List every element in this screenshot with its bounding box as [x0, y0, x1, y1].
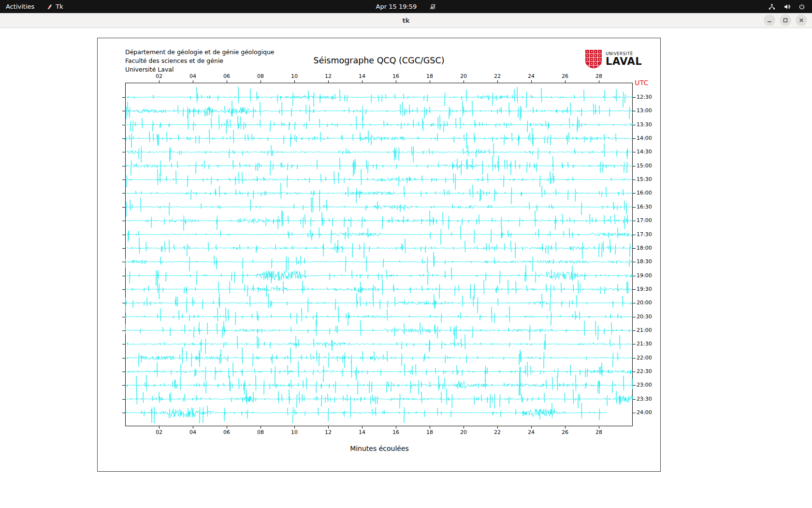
trace-time-label: 15:30	[637, 176, 652, 182]
trace-tick-mark	[633, 399, 636, 400]
x-tick-mark	[294, 426, 295, 429]
trace-tick-mark	[633, 317, 636, 317]
x-tick-mark	[159, 80, 160, 83]
trace-tick-mark	[122, 262, 125, 262]
tk-app-indicator[interactable]: Tk	[46, 3, 63, 10]
x-tick-label: 06	[220, 429, 233, 435]
trace-tick-mark	[122, 207, 125, 208]
trace-tick-mark	[122, 317, 125, 317]
x-tick-label: 26	[559, 429, 571, 435]
trace-tick-mark	[633, 385, 636, 386]
x-tick-label: 02	[153, 73, 165, 79]
clock-button[interactable]: Apr 15 19:59	[376, 3, 436, 10]
trace-tick-mark	[122, 385, 125, 386]
x-tick-label: 16	[390, 429, 402, 435]
maximize-button[interactable]	[780, 15, 791, 26]
x-tick-mark	[261, 80, 261, 83]
trace-tick-mark	[633, 248, 636, 249]
institution-line: Université Laval	[125, 65, 275, 74]
maximize-icon	[783, 18, 788, 23]
trace-tick-mark	[122, 152, 125, 152]
trace-tick-mark	[633, 358, 636, 359]
trace-tick-mark	[122, 330, 125, 331]
x-tick-mark	[531, 426, 532, 429]
laval-wordmark-bottom: LAVAL	[606, 56, 642, 67]
close-icon	[799, 18, 804, 23]
tk-icon	[46, 3, 53, 10]
trace-tick-mark	[633, 97, 636, 98]
trace-tick-mark	[122, 289, 125, 290]
trace-tick-mark	[633, 413, 636, 413]
trace-time-label: 23:30	[637, 396, 652, 402]
utc-label: UTC	[635, 79, 649, 87]
trace-tick-mark	[633, 276, 636, 276]
trace-time-label: 20:00	[637, 299, 652, 306]
trace-tick-mark	[633, 179, 636, 180]
volume-icon	[783, 3, 791, 10]
x-tick-label: 18	[423, 73, 436, 79]
x-tick-mark	[396, 80, 396, 83]
system-status-area[interactable]	[766, 0, 807, 13]
x-tick-label: 10	[288, 429, 301, 435]
trace-tick-mark	[122, 372, 125, 372]
trace-time-label: 12:30	[637, 94, 652, 100]
trace-time-label: 16:00	[637, 190, 652, 196]
trace-time-label: 16:30	[637, 204, 652, 210]
x-tick-label: 08	[254, 73, 267, 79]
trace-tick-mark	[122, 97, 125, 98]
trace-time-label: 13:30	[637, 121, 652, 128]
x-tick-label: 14	[356, 429, 368, 435]
x-tick-label: 24	[525, 429, 537, 435]
x-tick-label: 04	[187, 73, 199, 79]
x-tick-label: 02	[153, 429, 165, 435]
activities-button[interactable]: Activities	[6, 3, 34, 10]
x-tick-label: 08	[254, 429, 267, 435]
x-tick-mark	[328, 80, 329, 83]
close-button[interactable]	[796, 15, 807, 26]
x-tick-label: 20	[457, 73, 470, 79]
x-tick-mark	[565, 426, 566, 429]
trace-tick-mark	[122, 193, 125, 194]
x-tick-mark	[430, 80, 430, 83]
trace-time-label: 17:30	[637, 231, 652, 238]
trace-tick-mark	[633, 372, 636, 372]
laval-shield-icon	[585, 49, 602, 69]
x-tick-label: 16	[390, 73, 402, 79]
x-tick-mark	[362, 426, 362, 429]
x-tick-label: 20	[457, 429, 470, 435]
trace-time-label: 14:00	[637, 135, 652, 141]
trace-tick-mark	[122, 111, 125, 111]
page-title: Séismographe QCQ (CGC/GSC)	[98, 56, 660, 65]
x-tick-mark	[396, 426, 396, 429]
trace-tick-mark	[122, 344, 125, 344]
trace-time-label: 22:00	[637, 355, 652, 361]
seismogram-plot	[125, 83, 633, 426]
trace-time-label: 14:30	[637, 149, 652, 155]
trace-tick-mark	[633, 166, 636, 166]
x-tick-mark	[497, 80, 498, 83]
x-tick-label: 22	[491, 73, 504, 79]
x-tick-mark	[159, 426, 160, 429]
minimize-button[interactable]	[764, 15, 775, 26]
x-tick-mark	[565, 80, 566, 83]
trace-time-label: 19:30	[637, 286, 652, 292]
trace-time-label: 24:00	[637, 409, 652, 416]
trace-time-label: 20:30	[637, 314, 652, 320]
trace-tick-mark	[633, 303, 636, 303]
trace-tick-mark	[633, 344, 636, 344]
trace-tick-mark	[122, 179, 125, 180]
laval-wordmark: UNIVERSITÉ LAVAL	[606, 51, 642, 67]
trace-tick-mark	[122, 276, 125, 276]
network-icon	[768, 3, 776, 10]
x-tick-mark	[599, 426, 599, 429]
trace-tick-mark	[633, 221, 636, 221]
x-tick-mark	[430, 426, 430, 429]
trace-time-label: 21:30	[637, 341, 652, 347]
trace-time-label: 17:00	[637, 217, 652, 224]
trace-time-label: 18:30	[637, 258, 652, 265]
x-tick-label: 10	[288, 73, 301, 79]
trace-tick-mark	[122, 235, 125, 235]
minimize-icon	[767, 18, 772, 23]
trace-tick-mark	[633, 152, 636, 152]
trace-tick-mark	[122, 399, 125, 400]
